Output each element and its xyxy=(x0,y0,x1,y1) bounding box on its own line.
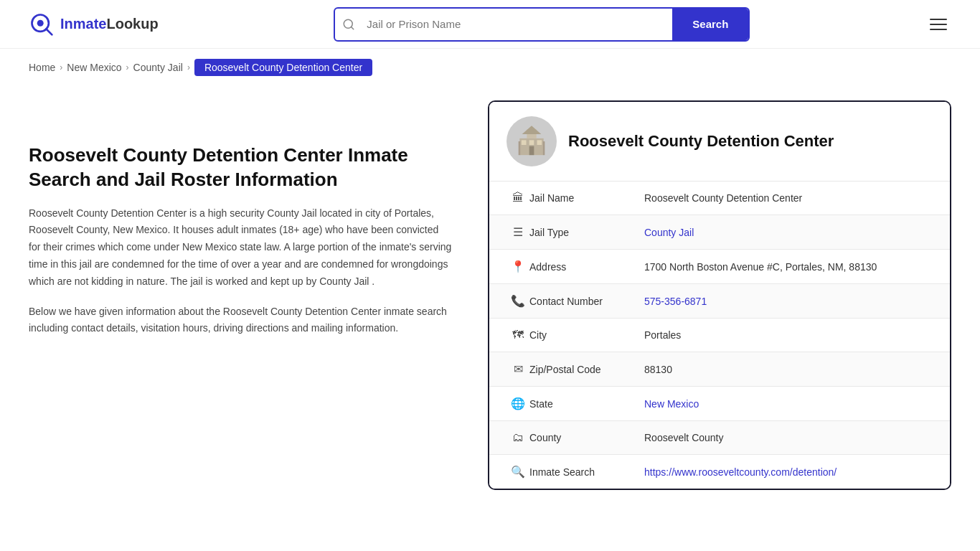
svg-rect-10 xyxy=(537,140,542,145)
search-wrapper: Search xyxy=(334,7,750,42)
value-jail-name: Roosevelt County Detention Center xyxy=(644,192,933,204)
value-zip: 88130 xyxy=(644,364,933,375)
breadcrumb-chevron-1: › xyxy=(60,62,62,72)
breadcrumb: Home › New Mexico › County Jail › Roosev… xyxy=(0,49,980,86)
jail-icon: 🏛 xyxy=(507,192,529,204)
svg-rect-8 xyxy=(529,146,534,156)
info-row-state: 🌐 State New Mexico xyxy=(489,386,950,420)
card-facility-name: Roosevelt County Detention Center xyxy=(568,132,834,151)
location-icon: 📍 xyxy=(507,260,529,273)
logo-icon xyxy=(29,11,55,37)
value-inmate-search: https://www.rooseveltcounty.com/detentio… xyxy=(644,466,933,478)
page-title: Roosevelt County Detention Center Inmate… xyxy=(29,143,452,192)
breadcrumb-state[interactable]: New Mexico xyxy=(67,62,121,73)
svg-rect-9 xyxy=(522,140,527,145)
info-row-county: 🗂 County Roosevelt County xyxy=(489,420,950,454)
info-row-address: 📍 Address 1700 North Boston Avenue #C, P… xyxy=(489,249,950,283)
label-state: State xyxy=(529,398,644,410)
info-row-jail-type: ☰ Jail Type County Jail xyxy=(489,215,950,249)
info-row-jail-name: 🏛 Jail Name Roosevelt County Detention C… xyxy=(489,181,950,215)
label-contact: Contact Number xyxy=(529,296,644,307)
page-description-2: Below we have given information about th… xyxy=(29,303,452,338)
zip-icon: ✉ xyxy=(507,362,529,376)
inmate-search-link[interactable]: https://www.rooseveltcounty.com/detentio… xyxy=(644,466,837,478)
info-row-inmate-search: 🔍 Inmate Search https://www.rooseveltcou… xyxy=(489,454,950,489)
contact-link[interactable]: 575-356-6871 xyxy=(644,296,707,307)
info-rows: 🏛 Jail Name Roosevelt County Detention C… xyxy=(489,181,950,489)
search-area: Search xyxy=(334,7,750,42)
label-city: City xyxy=(529,329,644,341)
svg-marker-7 xyxy=(522,126,542,134)
value-address: 1700 North Boston Avenue #C, Portales, N… xyxy=(644,261,933,273)
breadcrumb-current: Roosevelt County Detention Center xyxy=(194,59,372,76)
label-address: Address xyxy=(529,261,644,273)
info-row-city: 🗺 City Portales xyxy=(489,318,950,352)
state-link[interactable]: New Mexico xyxy=(644,398,699,410)
value-city: Portales xyxy=(644,329,933,341)
list-icon: ☰ xyxy=(507,225,529,239)
card-header: Roosevelt County Detention Center xyxy=(489,102,950,181)
value-state: New Mexico xyxy=(644,398,933,410)
left-column: Roosevelt County Detention Center Inmate… xyxy=(29,100,488,337)
main-content: Roosevelt County Detention Center Inmate… xyxy=(0,86,980,519)
county-icon: 🗂 xyxy=(507,431,529,444)
svg-line-1 xyxy=(46,29,52,34)
logo-text: InmateLookup xyxy=(60,16,159,32)
label-inmate-search: Inmate Search xyxy=(529,466,644,478)
label-jail-type: Jail Type xyxy=(529,227,644,238)
label-county: County xyxy=(529,432,644,443)
state-icon: 🌐 xyxy=(507,397,529,410)
hamburger-line3 xyxy=(930,29,947,30)
logo-link[interactable]: InmateLookup xyxy=(29,11,159,37)
facility-image xyxy=(507,116,557,166)
breadcrumb-type[interactable]: County Jail xyxy=(133,62,183,73)
svg-line-4 xyxy=(352,27,354,29)
svg-point-2 xyxy=(37,19,44,26)
search-input[interactable] xyxy=(362,11,672,37)
info-card: Roosevelt County Detention Center 🏛 Jail… xyxy=(488,100,951,490)
hamburger-menu[interactable] xyxy=(925,14,951,34)
page-description-1: Roosevelt County Detention Center is a h… xyxy=(29,205,452,291)
search-button[interactable]: Search xyxy=(672,9,748,40)
svg-rect-11 xyxy=(529,140,534,145)
jail-type-link[interactable]: County Jail xyxy=(644,227,694,238)
info-row-contact: 📞 Contact Number 575-356-6871 xyxy=(489,283,950,318)
value-contact: 575-356-6871 xyxy=(644,296,933,307)
value-county: Roosevelt County xyxy=(644,432,933,443)
value-jail-type: County Jail xyxy=(644,227,933,238)
label-jail-name: Jail Name xyxy=(529,192,644,204)
svg-rect-12 xyxy=(519,141,521,155)
city-icon: 🗺 xyxy=(507,329,529,342)
hamburger-line1 xyxy=(930,19,947,20)
search-icon xyxy=(335,18,362,31)
right-column: Roosevelt County Detention Center 🏛 Jail… xyxy=(488,100,951,490)
site-header: InmateLookup Search xyxy=(0,0,980,49)
label-zip: Zip/Postal Code xyxy=(529,364,644,375)
svg-rect-13 xyxy=(543,141,545,155)
info-row-zip: ✉ Zip/Postal Code 88130 xyxy=(489,352,950,386)
breadcrumb-home[interactable]: Home xyxy=(29,62,55,73)
hamburger-line2 xyxy=(930,24,947,25)
breadcrumb-chevron-2: › xyxy=(126,62,129,72)
breadcrumb-chevron-3: › xyxy=(187,62,190,72)
inmate-search-icon: 🔍 xyxy=(507,465,529,479)
phone-icon: 📞 xyxy=(507,294,529,308)
